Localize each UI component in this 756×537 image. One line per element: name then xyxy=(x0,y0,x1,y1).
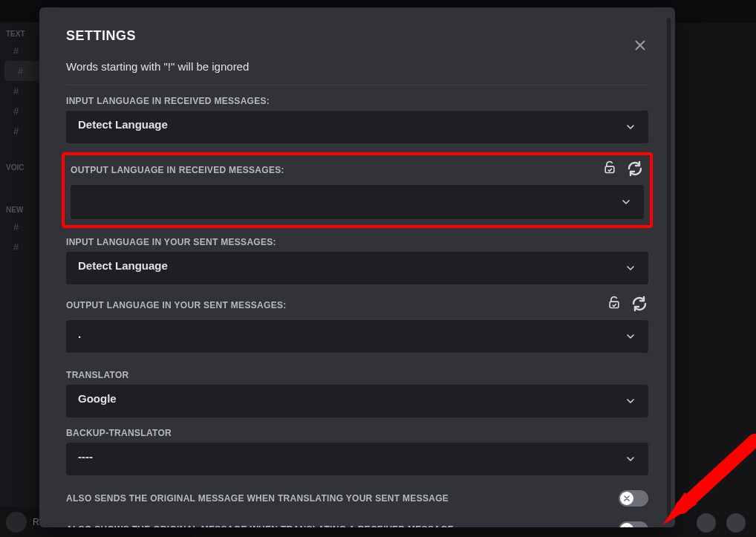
chevron-down-icon xyxy=(625,121,636,133)
section-backup-translator: BACKUP-TRANSLATOR ---- xyxy=(66,428,648,475)
label-translator: TRANSLATOR xyxy=(66,370,648,380)
toggle-show-original[interactable] xyxy=(619,521,648,527)
dropdown-value: . xyxy=(78,328,636,340)
modal-title: SETTINGS xyxy=(66,28,648,44)
refresh-icon[interactable] xyxy=(630,295,648,316)
toggle-knob xyxy=(620,523,633,527)
section-translator: TRANSLATOR Google xyxy=(66,370,648,417)
toggle-knob xyxy=(620,492,633,505)
section-input-sent: INPUT LANGUAGE IN YOUR SENT MESSAGES: De… xyxy=(66,237,648,284)
unlock-icon[interactable] xyxy=(602,160,617,180)
settings-note: Words starting with "!" will be ignored xyxy=(66,60,648,85)
chevron-down-icon xyxy=(625,395,636,407)
dropdown-input-sent[interactable]: Detect Language xyxy=(66,252,648,284)
dropdown-value: ---- xyxy=(78,450,636,463)
section-output-sent: OUTPUT LANGUAGE IN YOUR SENT MESSAGES: . xyxy=(66,295,648,353)
dropdown-input-received[interactable]: Detect Language xyxy=(66,111,648,143)
dropdown-value: Detect Language xyxy=(78,118,636,131)
toggle-label: ALSO SHOWS THE ORIGINAL MESSAGE WHEN TRA… xyxy=(66,524,619,527)
x-icon xyxy=(622,525,631,527)
close-icon xyxy=(632,37,648,53)
bg-bottom-icons xyxy=(697,513,746,533)
dropdown-output-sent[interactable]: . xyxy=(66,320,648,353)
chevron-down-icon xyxy=(625,331,636,342)
toggle-row-show-original: ALSO SHOWS THE ORIGINAL MESSAGE WHEN TRA… xyxy=(66,517,648,527)
dropdown-value: Detect Language xyxy=(78,259,636,272)
toggle-row-send-original: ALSO SENDS THE ORIGINAL MESSAGE WHEN TRA… xyxy=(66,486,648,511)
label-input-sent: INPUT LANGUAGE IN YOUR SENT MESSAGES: xyxy=(66,237,648,247)
unlock-icon[interactable] xyxy=(607,295,622,316)
dropdown-output-received[interactable] xyxy=(71,185,644,219)
section-input-received: INPUT LANGUAGE IN RECEIVED MESSAGES: Det… xyxy=(66,96,648,143)
chevron-down-icon xyxy=(620,196,632,208)
label-backup-translator: BACKUP-TRANSLATOR xyxy=(66,428,648,438)
label-output-sent: OUTPUT LANGUAGE IN YOUR SENT MESSAGES: xyxy=(66,300,607,310)
label-output-received: OUTPUT LANGUAGE IN RECEIVED MESSAGES: xyxy=(71,165,602,175)
x-icon xyxy=(622,494,631,503)
refresh-icon[interactable] xyxy=(626,160,644,180)
settings-modal: SETTINGS Words starting with "!" will be… xyxy=(39,7,675,527)
toggle-label: ALSO SENDS THE ORIGINAL MESSAGE WHEN TRA… xyxy=(66,493,619,504)
highlight-output-received: OUTPUT LANGUAGE IN RECEIVED MESSAGES: xyxy=(62,152,653,228)
modal-scrollbar[interactable] xyxy=(667,18,671,517)
emoji-icon xyxy=(697,513,716,533)
divider xyxy=(66,363,648,364)
avatar xyxy=(6,512,27,533)
dropdown-translator[interactable]: Google xyxy=(66,385,648,417)
emoji-icon xyxy=(726,513,746,533)
dropdown-backup-translator[interactable]: ---- xyxy=(66,443,648,475)
svg-rect-0 xyxy=(605,166,614,172)
svg-rect-1 xyxy=(610,302,619,307)
label-input-received: INPUT LANGUAGE IN RECEIVED MESSAGES: xyxy=(66,96,648,106)
chevron-down-icon xyxy=(625,453,636,465)
toggle-send-original[interactable] xyxy=(619,490,648,507)
dropdown-value: Google xyxy=(78,392,636,405)
close-button[interactable] xyxy=(632,37,648,53)
chevron-down-icon xyxy=(625,262,636,274)
